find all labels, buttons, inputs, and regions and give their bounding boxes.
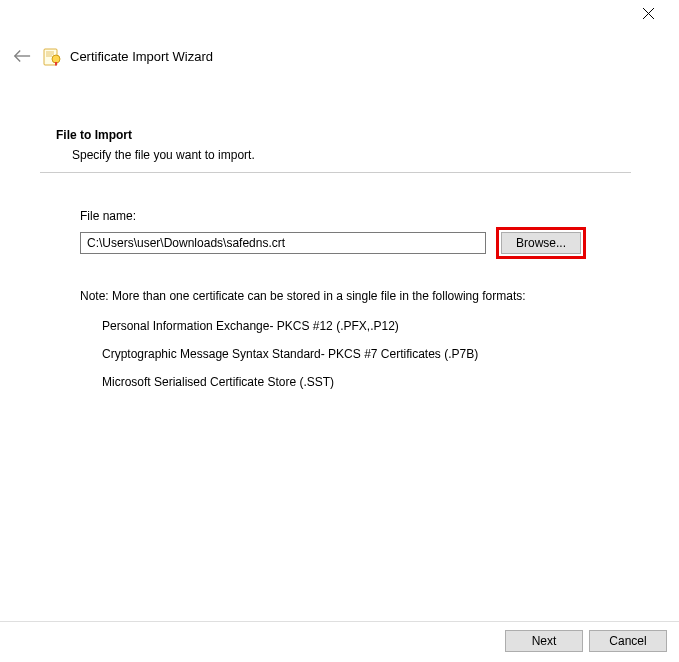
next-button[interactable]: Next [505,630,583,652]
format-list: Personal Information Exchange- PKCS #12 … [80,319,631,389]
svg-point-7 [52,55,60,63]
cancel-button[interactable]: Cancel [589,630,667,652]
wizard-content: File to Import Specify the file you want… [0,68,679,389]
section-title: File to Import [56,128,631,142]
note-text: Note: More than one certificate can be s… [80,289,631,303]
list-item: Microsoft Serialised Certificate Store (… [102,375,631,389]
file-row: Browse... [80,227,631,259]
file-name-input[interactable] [80,232,486,254]
file-name-label: File name: [80,209,631,223]
browse-highlight: Browse... [496,227,586,259]
note-block: Note: More than one certificate can be s… [56,289,631,389]
wizard-header: Certificate Import Wizard [0,30,679,68]
footer-divider [0,621,679,622]
list-item: Cryptographic Message Syntax Standard- P… [102,347,631,361]
file-area: File name: Browse... [56,209,631,259]
wizard-title: Certificate Import Wizard [70,49,213,64]
titlebar [0,0,679,30]
list-item: Personal Information Exchange- PKCS #12 … [102,319,631,333]
wizard-footer: Next Cancel [505,630,667,652]
certificate-icon [42,46,62,66]
divider [40,172,631,173]
section-description: Specify the file you want to import. [56,148,631,162]
back-arrow-icon[interactable] [10,44,34,68]
close-icon[interactable] [634,3,663,27]
browse-button[interactable]: Browse... [501,232,581,254]
